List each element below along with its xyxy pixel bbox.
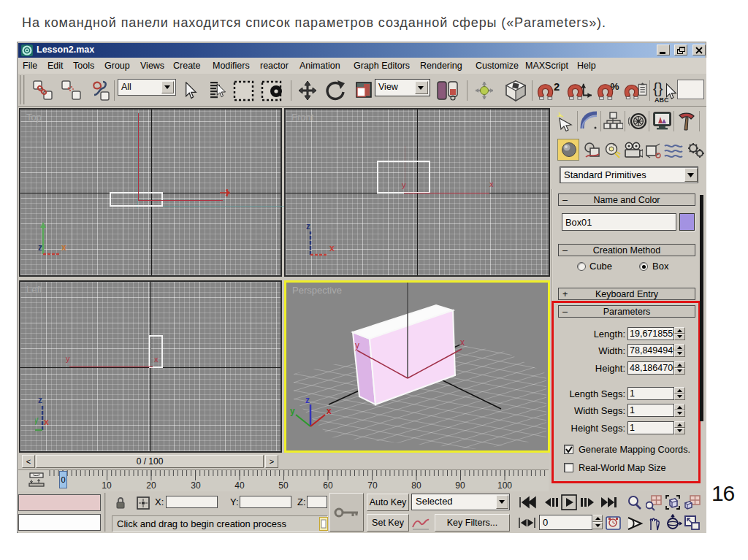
svg-text:z: z xyxy=(305,395,310,405)
svg-text:ABC: ABC xyxy=(654,96,669,104)
svg-text:z: z xyxy=(38,242,42,253)
svg-text:%: % xyxy=(610,81,619,92)
svg-text:x: x xyxy=(329,243,335,253)
svg-text:80: 80 xyxy=(411,480,421,491)
svg-text:x: x xyxy=(460,337,465,348)
svg-text:x: x xyxy=(327,406,332,416)
svg-text:10: 10 xyxy=(102,480,112,491)
svg-text:20: 20 xyxy=(146,480,156,491)
svg-text:70: 70 xyxy=(367,480,378,491)
svg-text:z: z xyxy=(38,395,42,405)
svg-text:x: x xyxy=(61,242,66,253)
svg-text:{}: {} xyxy=(653,80,663,96)
svg-text:y: y xyxy=(290,406,295,416)
svg-text:60: 60 xyxy=(323,480,333,491)
svg-text:y: y xyxy=(355,340,359,350)
svg-text:z: z xyxy=(306,223,310,231)
svg-text:y: y xyxy=(35,415,39,425)
svg-text:x: x xyxy=(44,417,49,427)
svg-text:50: 50 xyxy=(278,480,289,491)
svg-text:100: 100 xyxy=(497,480,512,491)
svg-text:40: 40 xyxy=(234,480,245,491)
svg-text:90: 90 xyxy=(455,480,465,491)
svg-text:30: 30 xyxy=(191,480,201,491)
svg-text:2: 2 xyxy=(554,81,560,93)
